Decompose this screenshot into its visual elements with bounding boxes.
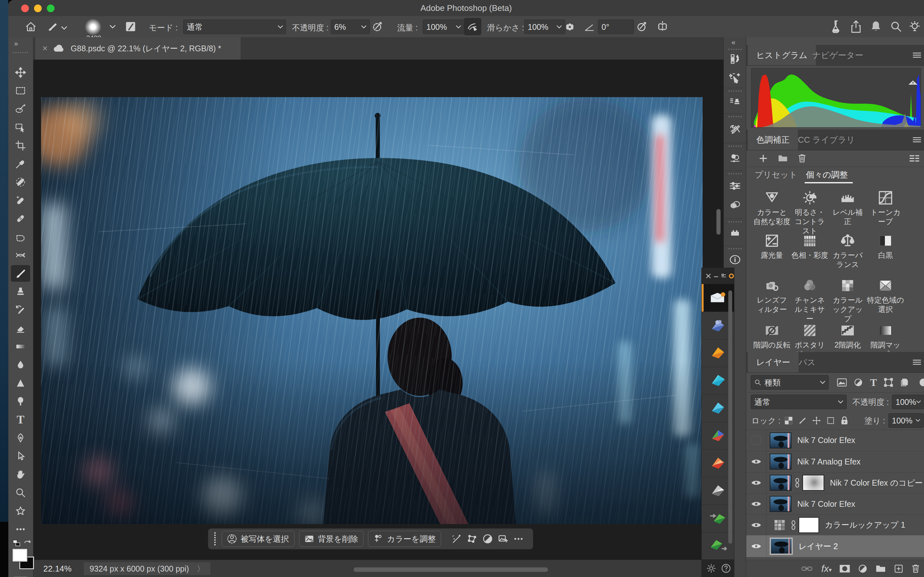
search-icon[interactable] bbox=[890, 21, 902, 33]
canvas-image[interactable] bbox=[41, 97, 703, 524]
visibility-toggle[interactable] bbox=[746, 535, 766, 557]
tool-spot-healing-brush[interactable] bbox=[11, 192, 30, 209]
tool-patch[interactable] bbox=[11, 229, 30, 245]
minimize-icon[interactable] bbox=[714, 274, 718, 279]
add-mask-icon[interactable] bbox=[839, 564, 850, 573]
new-group-folder-icon[interactable] bbox=[778, 153, 788, 163]
nik-panel-scrollbar[interactable] bbox=[728, 290, 732, 544]
layer-blend-mode-select[interactable]: 通常 bbox=[751, 395, 846, 409]
tool-healing-brush[interactable] bbox=[11, 210, 30, 227]
adjustment-photo-filter[interactable]: レンズフィルター bbox=[753, 278, 790, 314]
filter-shape-icon[interactable] bbox=[884, 378, 893, 387]
blend-mode-select[interactable]: 通常 bbox=[183, 19, 286, 34]
tool-gradient[interactable] bbox=[11, 338, 30, 355]
tab-navigator[interactable]: ナビゲーター bbox=[804, 45, 871, 65]
info-panel-icon[interactable] bbox=[729, 254, 741, 266]
adjustment-threshold[interactable]: 2階調化 bbox=[829, 323, 866, 350]
tool-path-selection[interactable] bbox=[11, 448, 30, 464]
tool-rectangular-marquee[interactable] bbox=[11, 82, 30, 99]
layer-name[interactable]: Nik 7 Color Efex のコピー bbox=[830, 478, 923, 488]
tool-presets-panel-icon[interactable] bbox=[729, 124, 741, 135]
new-adjustment-layer-icon[interactable] bbox=[858, 564, 867, 574]
brush-tool-preset-icon[interactable] bbox=[47, 22, 58, 32]
tool-type[interactable]: T bbox=[11, 411, 30, 428]
list-view-icon[interactable] bbox=[909, 154, 919, 163]
tool-eraser[interactable] bbox=[11, 320, 30, 337]
layer-filter-select[interactable]: 種類 bbox=[751, 375, 829, 390]
tool-history-brush[interactable] bbox=[11, 301, 30, 318]
bell-icon[interactable] bbox=[869, 20, 882, 33]
adjust-colors-button[interactable]: カラーを調整 bbox=[368, 531, 441, 547]
pressure-opacity-icon[interactable] bbox=[372, 21, 384, 33]
layer-mask-thumbnail[interactable] bbox=[798, 517, 819, 533]
panel-icon[interactable] bbox=[722, 274, 726, 279]
layer-name[interactable]: Nik 7 Analog Efex bbox=[797, 457, 861, 466]
adjustment-invert[interactable]: 階調の反転 bbox=[753, 323, 790, 350]
delete-trash-icon[interactable] bbox=[798, 153, 806, 163]
adjustment-exposure[interactable]: 露光量 bbox=[753, 234, 790, 260]
tool-remove[interactable] bbox=[11, 174, 30, 190]
gear-icon[interactable] bbox=[706, 564, 716, 573]
channels-panel-icon[interactable] bbox=[729, 199, 741, 211]
filter-smart-object-icon[interactable] bbox=[900, 378, 909, 387]
layer-thumbnail[interactable] bbox=[770, 432, 792, 448]
close-tab-icon[interactable]: × bbox=[42, 43, 47, 53]
visibility-toggle[interactable] bbox=[746, 472, 766, 493]
tool-custom-shape[interactable] bbox=[11, 503, 30, 519]
color-mixer-panel-icon[interactable] bbox=[729, 153, 741, 164]
layer-thumbnail[interactable] bbox=[770, 538, 793, 555]
contrast-icon[interactable] bbox=[482, 533, 493, 544]
delete-trash-icon[interactable] bbox=[911, 564, 920, 574]
tool-selection-brush[interactable] bbox=[11, 101, 30, 117]
filter-image-icon[interactable] bbox=[837, 378, 846, 387]
tool-zoom[interactable] bbox=[11, 484, 30, 501]
filter-toggle-icon[interactable] bbox=[915, 378, 924, 387]
adjustment-color-vibrance[interactable]: カラーと自然な彩度 bbox=[753, 190, 790, 226]
add-adjustment-icon[interactable] bbox=[758, 153, 768, 163]
chevron-down-icon[interactable] bbox=[110, 25, 115, 29]
history-panel-icon[interactable] bbox=[729, 53, 741, 65]
adjustment-channel-mixer[interactable]: チャンネルミキサー bbox=[791, 278, 829, 324]
lock-pixels-icon[interactable] bbox=[798, 416, 807, 425]
opacity-input[interactable]: 6% bbox=[331, 19, 370, 34]
canvas-horizontal-scrollbar[interactable] bbox=[354, 567, 548, 572]
add-image-icon[interactable] bbox=[498, 533, 509, 544]
adjustment-levels[interactable]: レベル補正 bbox=[829, 190, 866, 226]
share-icon[interactable] bbox=[850, 20, 863, 33]
taskbar-drag-handle[interactable] bbox=[213, 532, 217, 546]
tool-move[interactable] bbox=[11, 64, 30, 81]
tool-eyedropper[interactable] bbox=[11, 155, 30, 172]
brush-tip-preview[interactable] bbox=[84, 18, 102, 36]
visibility-toggle[interactable] bbox=[746, 514, 766, 535]
color-lookup-layer-icon[interactable] bbox=[774, 519, 786, 531]
layer-thumbnail[interactable] bbox=[770, 454, 792, 470]
tool-pen[interactable] bbox=[11, 430, 30, 446]
new-group-folder-icon[interactable] bbox=[875, 564, 886, 573]
airbrush-toggle[interactable] bbox=[464, 18, 481, 35]
visibility-toggle[interactable] bbox=[746, 451, 766, 472]
layer-row[interactable]: Nik 7 Color Efex のコピー bbox=[746, 472, 924, 494]
filter-type-icon[interactable]: T bbox=[870, 377, 877, 388]
brush-settings-panel-icon[interactable] bbox=[124, 21, 137, 33]
tool-crop[interactable] bbox=[11, 137, 30, 154]
document-tab[interactable]: × G88.psdc @ 22.1% (レイヤー 2, RGB/8) * bbox=[35, 37, 241, 60]
remove-background-button[interactable]: 背景を削除 bbox=[299, 531, 364, 547]
foreground-color-swatch[interactable] bbox=[13, 549, 27, 562]
mask-link-icon[interactable] bbox=[791, 520, 796, 530]
tool-content-aware-move[interactable] bbox=[11, 247, 30, 263]
layer-row-selected[interactable]: レイヤー 2 bbox=[746, 535, 924, 558]
canvas-vertical-scrollbar[interactable] bbox=[716, 209, 720, 235]
plugins-panel-icon[interactable] bbox=[729, 227, 741, 239]
more-ellipsis-icon[interactable] bbox=[513, 533, 524, 544]
minimize-window-button[interactable] bbox=[34, 5, 42, 12]
transform-icon[interactable] bbox=[467, 533, 478, 544]
panel-menu-icon[interactable] bbox=[913, 52, 921, 58]
zoom-level[interactable]: 22.14% bbox=[43, 564, 71, 574]
pressure-size-icon[interactable] bbox=[636, 21, 648, 33]
tool-edit-toolbar[interactable] bbox=[11, 521, 30, 538]
layer-name[interactable]: Nik 7 Color Efex bbox=[797, 436, 855, 445]
layer-thumbnail[interactable] bbox=[770, 496, 792, 512]
brush-angle-input[interactable]: 0° bbox=[598, 19, 634, 34]
lock-transparency-icon[interactable] bbox=[784, 416, 793, 425]
select-subject-button[interactable]: 被写体を選択 bbox=[222, 531, 294, 547]
